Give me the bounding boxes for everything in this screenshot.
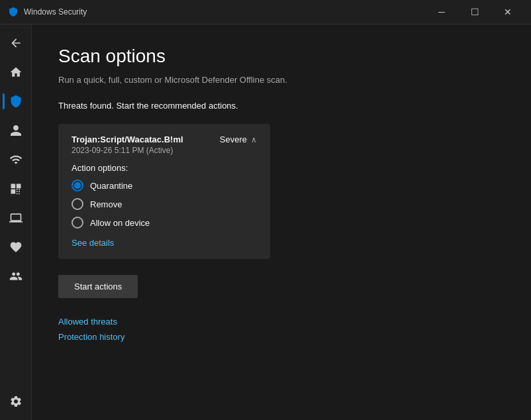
threat-date: 2023-09-26 5:11 PM (Active): [72, 146, 183, 155]
severity-label: Severe: [220, 134, 247, 144]
back-button[interactable]: [3, 30, 29, 56]
see-details-link[interactable]: See details: [72, 238, 114, 248]
windows-security-icon: [8, 7, 19, 17]
sidebar-item-network[interactable]: [3, 146, 29, 173]
quarantine-radio-inner: [74, 182, 81, 189]
app-title: Windows Security: [24, 7, 87, 17]
quarantine-option[interactable]: Quarantine: [72, 180, 257, 191]
title-bar-left: Windows Security: [8, 7, 87, 17]
minimize-button[interactable]: ─: [426, 1, 457, 23]
allowed-threats-link[interactable]: Allowed threats: [58, 317, 505, 327]
app-layout: Scan options Run a quick, full, custom o…: [0, 25, 531, 420]
action-options-label: Action options:: [72, 163, 257, 173]
threats-found-text: Threats found. Start the recommended act…: [58, 101, 505, 111]
main-content: Scan options Run a quick, full, custom o…: [32, 25, 531, 420]
sidebar-item-health[interactable]: [3, 234, 29, 260]
sidebar: [0, 25, 32, 420]
wifi-icon: [9, 153, 23, 166]
settings-button[interactable]: [3, 388, 29, 415]
home-icon: [9, 66, 23, 79]
allow-on-device-option[interactable]: Allow on device: [72, 217, 257, 229]
threat-card: Trojan:Script/Wacatac.B!ml 2023-09-26 5:…: [58, 124, 270, 259]
family-icon: [9, 270, 23, 283]
chevron-up-icon[interactable]: ∧: [251, 135, 257, 144]
page-title: Scan options: [58, 46, 505, 67]
quarantine-radio[interactable]: [72, 180, 83, 191]
maximize-button[interactable]: ☐: [459, 1, 490, 23]
title-bar-controls: ─ ☐ ✕: [426, 1, 523, 23]
sidebar-item-shield[interactable]: [3, 88, 29, 115]
back-icon: [9, 36, 23, 50]
sidebar-item-home[interactable]: [3, 59, 29, 85]
settings-icon: [9, 395, 23, 408]
title-bar: Windows Security ─ ☐ ✕: [0, 0, 531, 25]
threat-card-header: Trojan:Script/Wacatac.B!ml 2023-09-26 5:…: [72, 134, 257, 155]
threat-name: Trojan:Script/Wacatac.B!ml: [72, 134, 183, 144]
remove-option[interactable]: Remove: [72, 198, 257, 210]
sidebar-item-account[interactable]: [3, 117, 29, 144]
allow-on-device-label: Allow on device: [90, 218, 150, 228]
sidebar-item-device[interactable]: [3, 205, 29, 231]
app-browser-icon: [9, 182, 23, 195]
threat-info: Trojan:Script/Wacatac.B!ml 2023-09-26 5:…: [72, 134, 183, 155]
remove-radio[interactable]: [72, 198, 83, 210]
allow-on-device-radio[interactable]: [72, 217, 83, 229]
threat-severity: Severe ∧: [220, 134, 257, 144]
health-icon: [9, 240, 23, 254]
sidebar-item-apps[interactable]: [3, 176, 29, 202]
protection-history-link[interactable]: Protection history: [58, 332, 505, 342]
account-icon: [9, 124, 23, 137]
quarantine-label: Quarantine: [90, 181, 132, 191]
close-button[interactable]: ✕: [493, 1, 523, 23]
shield-icon: [9, 95, 23, 108]
device-icon: [9, 211, 23, 225]
page-subtitle: Run a quick, full, custom or Microsoft D…: [58, 75, 505, 85]
start-actions-button[interactable]: Start actions: [58, 275, 138, 298]
sidebar-item-family[interactable]: [3, 263, 29, 289]
remove-label: Remove: [90, 199, 122, 209]
